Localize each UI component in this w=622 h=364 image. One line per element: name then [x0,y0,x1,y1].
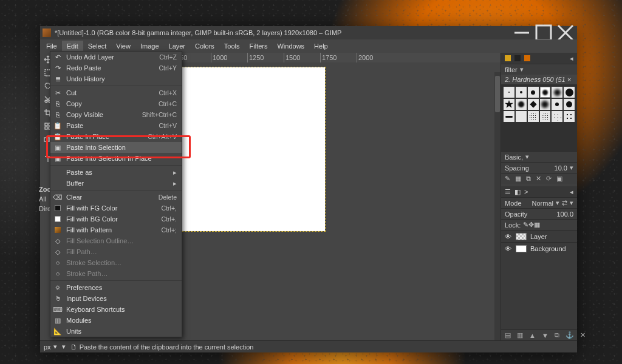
edit-menu-dropdown[interactable]: ↶Undo Add LayerCtrl+Z↷Redo PasteCtrl+Y≣U… [50,51,182,337]
menu-colors[interactable]: Colors [190,41,219,52]
menu-item-redo-paste[interactable]: ↷Redo PasteCtrl+Y [50,62,182,73]
patterns-tab-icon[interactable] [514,55,521,61]
menu-item-copy-visible[interactable]: ⎘Copy VisibleShift+Ctrl+C [50,109,182,120]
scrollbar-thumb[interactable] [495,76,500,112]
brush-preset[interactable]: Basic, ▾ [501,151,577,162]
delete-layer-icon[interactable]: ✕ [580,331,586,339]
brush-spacing[interactable]: Spacing 10.0 ▾ [501,162,577,173]
brush-thumb[interactable] [504,99,514,110]
brush-thumb[interactable] [564,99,575,110]
open-as-image-icon[interactable]: ▣ [556,175,562,183]
menu-item-modules[interactable]: ▥Modules [50,315,182,326]
menu-tools[interactable]: Tools [219,41,245,52]
menu-item-units[interactable]: 📐Units [50,326,182,337]
menu-item-paste-in-place[interactable]: 📋Paste In PlaceCtrl+Alt+V [50,131,182,142]
menu-select[interactable]: Select [83,41,112,52]
menu-item-fill-with-bg-color[interactable]: Fill with BG ColorCtrl+. [50,214,182,224]
duplicate-layer-icon[interactable]: ⧉ [555,331,559,339]
menu-view[interactable]: View [111,41,135,52]
lower-layer-icon[interactable]: ▼ [542,332,549,339]
brush-thumb[interactable] [552,99,562,110]
brush-thumb[interactable] [516,111,527,122]
menu-item-buffer[interactable]: Buffer▸ [50,178,182,189]
brush-thumb[interactable] [540,111,551,122]
menu-layer[interactable]: Layer [164,41,191,52]
brush-thumb[interactable] [540,99,551,110]
paths-tab-icon[interactable]: > [524,188,528,195]
brush-thumb[interactable] [552,111,562,122]
brush-filter[interactable]: filter ▾ [501,64,577,75]
brushes-tab-icon[interactable] [505,55,511,61]
brush-thumb[interactable] [516,87,527,98]
layer-lock[interactable]: Lock: ✎ ✥ ▦ [501,219,577,230]
switch-icon[interactable]: ⇄ [562,199,567,207]
menu-image[interactable]: Image [135,41,164,52]
brush-thumb[interactable] [516,99,527,110]
brush-grid[interactable] [501,84,577,151]
lock-alpha-icon[interactable]: ▦ [534,221,540,229]
menu-item-fill-with-fg-color[interactable]: Fill with FG ColorCtrl+, [50,203,182,214]
menu-item-cut[interactable]: ✂CutCtrl+X [50,87,182,98]
layer-name[interactable]: Layer [530,233,547,240]
delete-brush-icon[interactable]: ✕ [536,175,541,183]
dock-menu-icon[interactable]: ◂ [570,188,573,196]
lock-pixels-icon[interactable]: ✎ [523,221,528,229]
brush-thumb[interactable] [552,87,562,98]
layers-actions[interactable]: ▤ ▥ ▲ ▼ ⧉ ⚓ ✕ [501,329,577,340]
lock-position-icon[interactable]: ✥ [528,221,534,229]
layer-row[interactable]: 👁Background [501,242,577,254]
visibility-eye-icon[interactable]: 👁 [505,245,512,252]
menu-item-preferences[interactable]: ⛭Preferences [50,282,182,293]
brush-thumb[interactable] [504,111,514,122]
unit-selector[interactable]: px▾ [44,343,57,351]
menu-item-keyboard-shortcuts[interactable]: ⌨Keyboard Shortcuts [50,304,182,315]
brush-thumb[interactable] [540,87,551,98]
scrollbar-vertical[interactable] [494,72,501,340]
brush-thumb[interactable] [564,111,575,122]
menu-item-paste[interactable]: 📋PasteCtrl+V [50,120,182,131]
visibility-eye-icon[interactable]: 👁 [505,233,512,240]
menu-file[interactable]: File [41,41,62,52]
layer-row[interactable]: 👁Layer [501,230,577,242]
menu-item-paste-into-selection-in-place[interactable]: ▣Paste Into Selection In Place [50,153,182,164]
menu-filters[interactable]: Filters [245,41,273,52]
maximize-button[interactable] [535,27,553,38]
new-brush-icon[interactable]: ▦ [515,175,521,183]
refresh-brush-icon[interactable]: ⟳ [546,175,552,183]
dock-menu-icon[interactable]: ◂ [570,55,573,62]
layer-name[interactable]: Background [530,245,566,252]
brush-thumb[interactable] [564,87,575,98]
menu-help[interactable]: Help [309,41,333,52]
menu-windows[interactable]: Windows [272,41,309,52]
anchor-layer-icon[interactable]: ⚓ [566,331,574,339]
brush-actions[interactable]: ✎ ▦ ⧉ ✕ ⟳ ▣ [501,173,577,184]
edit-brush-icon[interactable]: ✎ [505,175,510,183]
layer-group-icon[interactable]: ▥ [517,331,523,339]
layer-opacity[interactable]: Opacity 100.0 [501,208,577,219]
layers-list[interactable]: 👁Layer👁Background [501,230,577,329]
brush-thumb[interactable] [528,99,539,110]
menu-item-input-devices[interactable]: 🖰Input Devices [50,293,182,304]
fonts-tab-icon[interactable] [524,55,530,61]
brush-thumb[interactable] [528,87,539,98]
brush-thumb[interactable] [528,111,539,122]
dock-tabs[interactable]: ◂ [501,53,577,64]
new-layer-icon[interactable]: ▤ [505,331,511,339]
layers-dock-tabs[interactable]: ☰ ◧ > ◂ [501,186,577,197]
menu-item-undo-add-layer[interactable]: ↶Undo Add LayerCtrl+Z [50,52,182,62]
minimize-button[interactable] [513,27,531,38]
brush-thumb[interactable] [504,87,514,98]
menu-item-clear[interactable]: ⌫ClearDelete [50,192,182,203]
titlebar[interactable]: *[Untitled]-1.0 (RGB color 8-bit gamma i… [40,26,577,39]
menu-item-paste-into-selection[interactable]: ▣Paste Into Selection [50,142,182,153]
stepper-icon[interactable]: ▾ [570,164,573,172]
menu-item-fill-with-pattern[interactable]: Fill with PatternCtrl+; [50,224,182,235]
layer-mode[interactable]: Mode Normal ▾ ⇄ ▾ [501,197,577,208]
menu-item-copy[interactable]: ⎘CopyCtrl+C [50,98,182,109]
raise-layer-icon[interactable]: ▲ [529,332,536,339]
zoom-selector[interactable]: ▾ [62,343,66,351]
layers-tab-icon[interactable]: ☰ [505,188,511,196]
close-button[interactable] [556,27,575,38]
menu-item-paste-as[interactable]: Paste as▸ [50,167,182,178]
menu-edit[interactable]: Edit [62,41,83,52]
